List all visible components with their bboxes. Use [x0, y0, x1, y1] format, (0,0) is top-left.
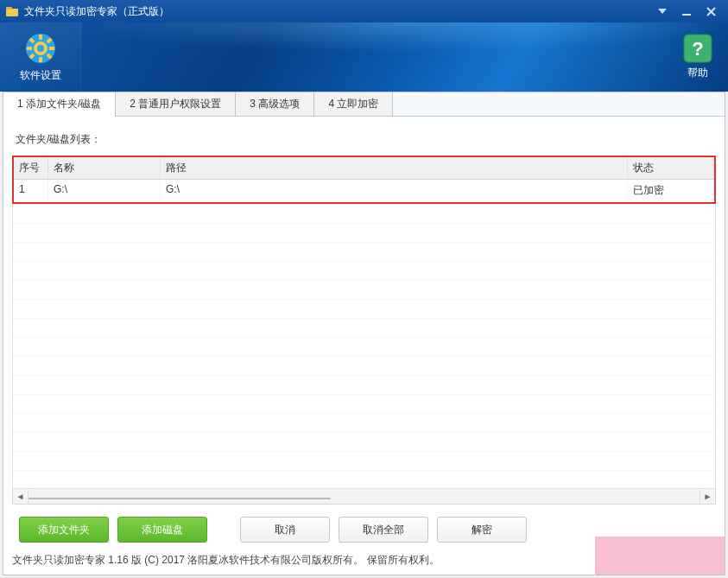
btn-label: 取消 — [275, 523, 295, 537]
settings-button[interactable]: 软件设置 — [0, 22, 81, 92]
main-toolbar: 软件设置 ? 帮助 — [0, 22, 728, 92]
scroll-thumb[interactable] — [28, 498, 331, 499]
close-button[interactable] — [699, 3, 723, 20]
tab-label: 2 普通用户权限设置 — [130, 98, 221, 110]
list-label: 文件夹/磁盘列表： — [16, 132, 716, 147]
window-title: 文件夹只读加密专家（正式版） — [24, 4, 650, 19]
cancel-all-button[interactable]: 取消全部 — [339, 517, 428, 543]
btn-label: 取消全部 — [363, 523, 404, 537]
cancel-button[interactable]: 取消 — [240, 517, 330, 543]
settings-label: 软件设置 — [20, 68, 61, 83]
svg-rect-7 — [27, 47, 32, 50]
app-icon — [5, 4, 19, 18]
svg-text:?: ? — [692, 38, 703, 60]
table-body: 1 G:\ G:\ 已加密 — [14, 180, 714, 202]
tab-label: 3 高级选项 — [250, 98, 300, 110]
add-disk-button[interactable]: 添加磁盘 — [117, 517, 207, 543]
col-status: 状态 — [628, 157, 714, 179]
scroll-left-icon[interactable]: ◄ — [13, 490, 28, 504]
svg-rect-0 — [6, 9, 18, 16]
title-bar: 文件夹只读加密专家（正式版） — [0, 0, 728, 22]
client-area: 1 添加文件夹/磁盘 2 普通用户权限设置 3 高级选项 4 立即加密 文件夹/… — [3, 92, 725, 575]
svg-rect-8 — [49, 47, 54, 50]
tab-encrypt-now[interactable]: 4 立即加密 — [314, 92, 393, 117]
tab-advanced-options[interactable]: 3 高级选项 — [236, 92, 314, 117]
col-name: 名称 — [48, 157, 161, 179]
tab-add-folder-disk[interactable]: 1 添加文件夹/磁盘 — [3, 92, 116, 117]
svg-rect-1 — [6, 7, 12, 10]
btn-label: 添加磁盘 — [142, 523, 183, 537]
help-button[interactable]: ? 帮助 — [668, 22, 728, 92]
svg-rect-6 — [39, 57, 42, 62]
dropdown-button[interactable] — [650, 3, 674, 20]
horizontal-scrollbar[interactable]: ◄ ► — [12, 489, 716, 505]
panel-add: 文件夹/磁盘列表： 序号 名称 路径 状态 1 G:\ G:\ 已加密 ◄ ► — [3, 117, 725, 558]
col-path: 路径 — [161, 157, 628, 179]
add-folder-button[interactable]: 添加文件夹 — [19, 517, 109, 543]
highlighted-table: 序号 名称 路径 状态 1 G:\ G:\ 已加密 — [12, 156, 716, 204]
status-bar: 文件夹只读加密专家 1.16 版 (C) 2017 洛阳夏冰软件技术有限公司版权… — [12, 553, 440, 568]
cell-status: 已加密 — [628, 180, 714, 201]
decrypt-button[interactable]: 解密 — [437, 517, 527, 543]
gear-icon — [24, 32, 57, 65]
svg-rect-2 — [682, 14, 691, 16]
tab-label: 1 添加文件夹/磁盘 — [17, 98, 101, 110]
cell-path: G:\ — [161, 180, 628, 201]
overlay-block — [595, 537, 725, 575]
btn-label: 解密 — [472, 523, 492, 537]
tab-strip: 1 添加文件夹/磁盘 2 普通用户权限设置 3 高级选项 4 立即加密 — [3, 92, 725, 117]
table-header: 序号 名称 路径 状态 — [14, 157, 714, 180]
tab-user-permissions[interactable]: 2 普通用户权限设置 — [116, 92, 236, 117]
cell-name: G:\ — [48, 180, 161, 201]
help-label: 帮助 — [687, 66, 708, 80]
empty-grid — [12, 204, 716, 489]
minimize-button[interactable] — [674, 3, 699, 20]
col-index: 序号 — [14, 157, 48, 179]
help-icon: ? — [683, 34, 712, 66]
scroll-right-icon[interactable]: ► — [700, 490, 715, 504]
btn-label: 添加文件夹 — [38, 523, 90, 537]
table-row[interactable]: 1 G:\ G:\ 已加密 — [14, 180, 714, 201]
cell-index: 1 — [14, 180, 48, 201]
svg-rect-5 — [39, 35, 42, 40]
tab-label: 4 立即加密 — [328, 98, 378, 110]
